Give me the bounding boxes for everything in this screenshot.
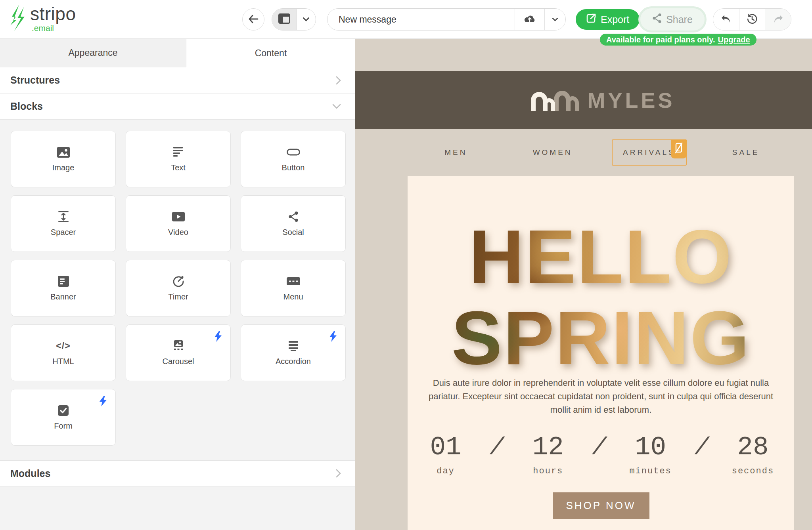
message-title-input[interactable] (327, 14, 515, 25)
hero-line-2: SPRING (408, 297, 794, 378)
redo-button[interactable] (765, 9, 791, 30)
countdown-label: minutes (624, 466, 677, 476)
history-button[interactable] (739, 9, 765, 30)
button-shape-icon (287, 146, 300, 158)
body-text-block[interactable]: Duis aute irure dolor in reprehenderit i… (427, 376, 775, 417)
email-nav-sale[interactable]: SALE (732, 148, 760, 157)
block-tile-image[interactable]: Image (11, 131, 116, 187)
sidebar-tabs: Appearance Content (0, 39, 355, 67)
share-button[interactable]: Share (640, 8, 705, 31)
menu-bar-icon (287, 275, 300, 288)
section-blocks[interactable]: Blocks (0, 93, 355, 120)
countdown-unit-minutes: 10 minutes (624, 435, 677, 476)
tab-appearance[interactable]: Appearance (0, 39, 186, 67)
block-label: Banner (50, 292, 76, 301)
block-tile-social[interactable]: Social (241, 195, 346, 252)
nav-col: WOMEN (504, 148, 601, 157)
countdown-value: 28 (727, 435, 779, 461)
blocks-label: Blocks (10, 101, 43, 112)
countdown-timer-block[interactable]: 01 day / 12 hours / 10 minutes / 28 seco… (408, 435, 794, 476)
share-icon (652, 13, 662, 26)
banner-icon (58, 275, 69, 288)
brand-name: stripo (30, 4, 76, 24)
chevron-down-icon (332, 104, 341, 109)
undo-button[interactable] (713, 9, 739, 30)
countdown-unit-seconds: 28 seconds (727, 435, 779, 476)
pro-lightning-icon (214, 331, 222, 343)
block-tile-spacer[interactable]: Spacer (11, 195, 116, 252)
save-cloud-button[interactable] (515, 9, 544, 30)
form-checkbox-icon (58, 404, 69, 417)
countdown-value: 12 (522, 435, 574, 461)
history-controls (713, 8, 791, 31)
pro-lightning-icon (329, 331, 337, 343)
block-tile-video[interactable]: Video (126, 195, 231, 252)
stripo-wordmark: stripo .email (30, 5, 76, 32)
social-share-icon (288, 210, 299, 223)
redo-icon (773, 14, 784, 25)
block-label: Spacer (51, 228, 76, 237)
hero-heading-block[interactable]: HELLO SPRING (408, 216, 794, 379)
cloud-upload-icon (523, 14, 536, 25)
block-tile-html[interactable]: </> HTML (11, 324, 116, 381)
layout-icon (278, 13, 290, 25)
upgrade-link[interactable]: Upgrade (718, 35, 750, 44)
email-nav-arrivals-selected[interactable]: ARRIVALS (612, 139, 687, 166)
block-tile-banner[interactable]: Banner (11, 260, 116, 316)
block-tile-timer[interactable]: Timer (126, 260, 231, 316)
text-lines-icon (173, 146, 184, 158)
email-nav-arrivals: ARRIVALS (623, 148, 676, 156)
save-options-caret-button[interactable] (545, 9, 565, 30)
hero-line-1: HELLO (408, 216, 794, 297)
pro-lightning-icon (100, 396, 107, 408)
block-tile-accordion[interactable]: Accordion (241, 324, 346, 381)
email-nav-men[interactable]: MEN (444, 148, 467, 157)
email-content-panel: HELLO SPRING Duis aute irure dolor in re… (408, 176, 794, 530)
email-brand-name: MYLES (587, 88, 675, 112)
accordion-icon (288, 339, 299, 352)
countdown-value: 01 (419, 435, 472, 461)
video-play-icon (172, 210, 185, 223)
export-button[interactable]: Export (576, 9, 640, 30)
email-menu-block: MEN WOMEN ARRIVALS SALE (408, 129, 794, 176)
stripo-logo[interactable]: stripo .email (9, 5, 76, 32)
block-tile-carousel[interactable]: Carousel (126, 324, 231, 381)
chevron-down-icon (303, 16, 309, 23)
layout-caret-button[interactable] (297, 9, 316, 30)
share-label: Share (666, 14, 693, 25)
image-icon (57, 146, 70, 158)
view-mode-control (272, 8, 316, 31)
shop-now-button[interactable]: SHOP NOW (553, 492, 649, 519)
hidden-on-mobile-badge[interactable] (671, 139, 687, 158)
email-canvas[interactable]: MYLES MEN WOMEN ARRIVALS SALE (355, 39, 812, 530)
countdown-separator: / (694, 435, 709, 476)
countdown-unit-day: 01 day (419, 435, 472, 476)
block-tile-button[interactable]: Button (241, 131, 346, 187)
section-structures[interactable]: Structures (0, 67, 355, 93)
layout-view-button[interactable] (272, 9, 297, 30)
block-label: Button (282, 163, 305, 172)
history-clock-icon (747, 13, 758, 26)
stripo-editor: stripo .email (0, 0, 812, 530)
block-label: Form (54, 421, 73, 431)
email-nav-women[interactable]: WOMEN (533, 148, 573, 157)
paid-plans-tooltip: Available for paid plans only. Upgrade (600, 34, 756, 46)
tab-content[interactable]: Content (186, 39, 355, 67)
block-label: Image (52, 163, 75, 172)
block-tile-form[interactable]: Form (11, 389, 116, 446)
export-icon (586, 13, 596, 26)
block-tile-menu[interactable]: Menu (241, 260, 346, 316)
spacer-icon (57, 210, 69, 223)
block-tile-text[interactable]: Text (126, 131, 231, 187)
modules-label: Modules (10, 468, 50, 479)
countdown-separator: / (592, 435, 607, 476)
section-modules[interactable]: Modules (0, 460, 355, 486)
message-title-control (327, 8, 566, 31)
email-header-block[interactable]: MYLES (355, 71, 812, 129)
countdown-value: 10 (624, 435, 677, 461)
html-code-icon: </> (56, 339, 70, 352)
blocks-grid: Image Text Button Spacer (11, 131, 346, 446)
back-button[interactable] (242, 8, 264, 31)
countdown-unit-hours: 12 hours (522, 435, 574, 476)
block-label: Social (282, 228, 304, 237)
